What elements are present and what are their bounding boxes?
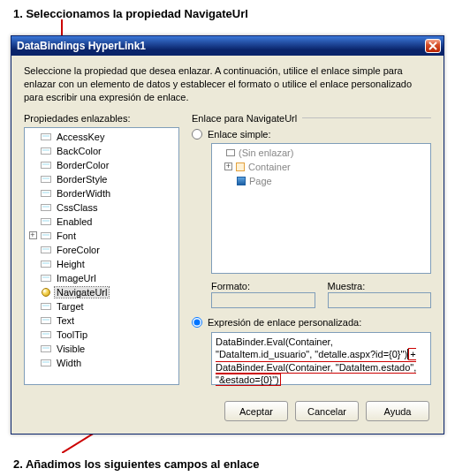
formato-input[interactable] bbox=[211, 292, 315, 308]
property-icon bbox=[39, 245, 53, 255]
prop-label: Text bbox=[55, 315, 76, 326]
custom-expr-label: Expresión de enlace personalizada: bbox=[208, 317, 361, 328]
prop-row-cssclass[interactable]: CssClass bbox=[27, 200, 177, 215]
cancel-button[interactable]: Cancelar bbox=[295, 401, 359, 421]
prop-row-borderwidth[interactable]: BorderWidth bbox=[27, 186, 177, 200]
prop-label: Target bbox=[55, 301, 86, 312]
dialog-instruction: Seleccione la propiedad que desea enlaza… bbox=[24, 64, 431, 104]
prop-label: CssClass bbox=[55, 202, 99, 213]
prop-row-navigateurl[interactable]: NavigateUrl bbox=[27, 285, 177, 299]
muestra-label: Muestra: bbox=[328, 281, 432, 291]
prop-label: BackColor bbox=[55, 146, 103, 156]
prop-row-visible[interactable]: Visible bbox=[27, 342, 177, 356]
property-icon bbox=[39, 160, 53, 170]
simple-binding-tree[interactable]: (Sin enlazar)+ContainerPage bbox=[211, 143, 431, 274]
dialog-title: DataBindings HyperLink1 bbox=[17, 40, 425, 52]
prop-row-target[interactable]: Target bbox=[27, 299, 177, 314]
close-icon bbox=[428, 42, 437, 50]
binding-source-row[interactable]: +Container bbox=[214, 160, 428, 174]
property-icon bbox=[39, 146, 53, 156]
simple-binding-label: Enlace simple: bbox=[208, 129, 271, 140]
page-icon bbox=[235, 176, 247, 186]
prop-row-font[interactable]: +Font bbox=[27, 229, 177, 243]
prop-row-accesskey[interactable]: AccessKey bbox=[27, 130, 177, 144]
property-icon bbox=[39, 259, 53, 269]
help-button[interactable]: Ayuda bbox=[366, 401, 429, 421]
prop-label: Enabled bbox=[55, 216, 94, 227]
property-icon bbox=[39, 230, 53, 241]
prop-row-imageurl[interactable]: ImageUrl bbox=[27, 271, 177, 285]
binding-source-label: (Sin enlazar) bbox=[239, 147, 293, 158]
prop-label: Height bbox=[55, 259, 87, 269]
formato-label: Formato: bbox=[211, 281, 315, 291]
property-icon bbox=[39, 188, 53, 199]
muestra-input bbox=[328, 292, 432, 308]
expand-icon[interactable]: + bbox=[224, 162, 232, 170]
prop-label: BorderStyle bbox=[55, 174, 109, 185]
prop-label: AccessKey bbox=[55, 132, 106, 142]
property-icon bbox=[39, 358, 53, 368]
property-icon bbox=[39, 132, 53, 142]
prop-row-tooltip[interactable]: ToolTip bbox=[27, 328, 177, 342]
property-icon bbox=[39, 329, 53, 340]
prop-label: ImageUrl bbox=[55, 273, 98, 283]
property-icon bbox=[39, 344, 53, 354]
prop-row-borderstyle[interactable]: BorderStyle bbox=[27, 172, 177, 186]
prop-row-height[interactable]: Height bbox=[27, 257, 177, 271]
bindable-props-tree[interactable]: AccessKeyBackColorBorderColorBorderStyle… bbox=[24, 127, 179, 385]
prop-label: NavigateUrl bbox=[55, 287, 109, 298]
prop-row-forecolor[interactable]: ForeColor bbox=[27, 243, 177, 257]
annotation-step-1: 1. Seleccionamos la propiedad NavigateUr… bbox=[13, 7, 248, 20]
container-icon bbox=[234, 162, 246, 172]
databindings-dialog: DataBindings HyperLink1 Seleccione la pr… bbox=[11, 35, 444, 434]
binding-source-label: Container bbox=[248, 162, 291, 172]
prop-row-text[interactable]: Text bbox=[27, 314, 177, 328]
prop-row-enabled[interactable]: Enabled bbox=[27, 215, 177, 229]
simple-binding-radio[interactable] bbox=[192, 129, 202, 140]
bound-property-icon bbox=[39, 287, 53, 298]
titlebar[interactable]: DataBindings HyperLink1 bbox=[11, 36, 444, 56]
custom-expr-radio[interactable] bbox=[192, 317, 202, 328]
binding-source-row[interactable]: Page bbox=[214, 174, 428, 188]
prop-label: Font bbox=[55, 230, 78, 241]
expand-icon[interactable]: + bbox=[29, 231, 37, 239]
prop-label: Width bbox=[55, 358, 83, 368]
prop-row-backcolor[interactable]: BackColor bbox=[27, 144, 177, 158]
prop-label: Visible bbox=[55, 344, 87, 354]
prop-label: BorderColor bbox=[55, 160, 110, 170]
property-icon bbox=[39, 273, 53, 283]
close-button[interactable] bbox=[425, 39, 441, 53]
custom-expr-input[interactable]: DataBinder.Eval(Container, "DataItem.id_… bbox=[211, 332, 431, 385]
expr-part-1: DataBinder.Eval(Container, "DataItem.id_… bbox=[216, 336, 407, 359]
prop-label: ToolTip bbox=[55, 329, 89, 340]
bindable-props-label: Propiedades enlazables: bbox=[24, 113, 179, 124]
prop-row-bordercolor[interactable]: BorderColor bbox=[27, 158, 177, 172]
binding-for-header: Enlace para NavigateUrl bbox=[192, 113, 431, 124]
annotation-step-2: 2. Añadimos los siguientes campos al enl… bbox=[13, 457, 259, 471]
binding-source-label: Page bbox=[249, 176, 272, 186]
property-icon bbox=[39, 315, 53, 326]
custom-expr-radio-row[interactable]: Expresión de enlace personalizada: bbox=[192, 317, 431, 328]
property-icon bbox=[39, 301, 53, 312]
ok-button[interactable]: Aceptar bbox=[224, 401, 288, 421]
prop-label: ForeColor bbox=[55, 245, 102, 255]
prop-row-width[interactable]: Width bbox=[27, 356, 177, 370]
simple-binding-radio-row[interactable]: Enlace simple: bbox=[192, 129, 431, 140]
prop-label: BorderWidth bbox=[55, 188, 112, 199]
property-icon bbox=[39, 174, 53, 185]
binding-source-row[interactable]: (Sin enlazar) bbox=[214, 146, 428, 160]
dialog-button-bar: Aceptar Cancelar Ayuda bbox=[11, 394, 444, 434]
unbound-icon bbox=[224, 147, 237, 158]
property-icon bbox=[39, 216, 53, 227]
property-icon bbox=[39, 202, 53, 213]
